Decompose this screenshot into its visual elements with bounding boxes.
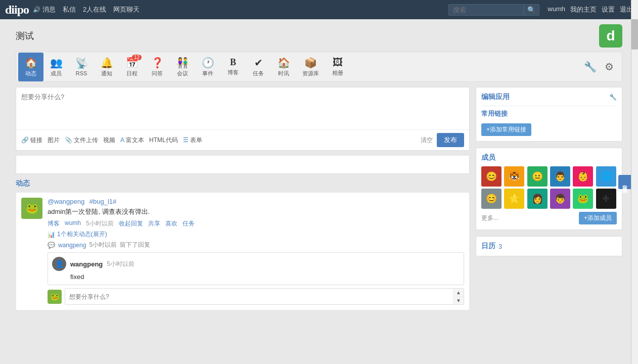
scrollbar-thumb[interactable]	[631, 19, 638, 50]
qa-icon: ❓	[151, 57, 164, 69]
rss-icon: 📡	[75, 57, 88, 69]
tab-bar: 🏠 动态 👥 成员 📡 RSS 🔔 通知 12 📅 日程 ❓ 问答 👫 会议	[16, 52, 622, 82]
related-expand[interactable]: 1个相关动态(展开)	[57, 230, 107, 239]
member-avatar-5[interactable]: 👶	[573, 166, 593, 187]
post-textarea[interactable]	[16, 87, 469, 128]
tab-events[interactable]: 🕐 事件	[195, 53, 220, 81]
tab-activity[interactable]: 🏠 动态	[18, 53, 43, 81]
reply-user-link[interactable]: wangpeng	[58, 242, 86, 249]
tab-resources[interactable]: 📦 资源库	[296, 53, 325, 81]
main-wrapper: 测试 d 🏠 动态 👥 成员 📡 RSS 🔔 通知 12 📅 日程 ❓ 问答	[6, 19, 632, 322]
page-title-row: 测试 d	[16, 24, 622, 48]
add-link-button[interactable]: +添加常用链接	[481, 123, 531, 136]
outer-scrollbar[interactable]	[631, 0, 638, 322]
calendar-title: 日历	[481, 242, 495, 251]
tab-news-label: 时讯	[278, 70, 289, 77]
tab-meeting[interactable]: 👫 会议	[170, 53, 195, 81]
nav-my-home[interactable]: 我的主页	[570, 5, 597, 14]
activity-user-link[interactable]: @wangpeng	[48, 198, 84, 205]
user-links: wumh 我的主页 设置 退出	[548, 5, 633, 14]
search-input[interactable]	[448, 4, 524, 16]
nav-username[interactable]: wumh	[548, 5, 565, 14]
feedback-tab[interactable]: 意见反馈	[618, 175, 631, 189]
edit-app-section: 编辑应用 🔧 常用链接 +添加常用链接	[476, 87, 622, 142]
tool-link[interactable]: 🔗 链接	[21, 136, 42, 145]
tab-news[interactable]: 🏠 时讯	[271, 53, 296, 81]
member-avatar-11[interactable]: 🐸	[573, 189, 593, 209]
reply-collapse-btn[interactable]: ▼	[453, 297, 464, 304]
events-icon: 🕐	[202, 57, 214, 69]
calendar-count: 3	[498, 243, 502, 250]
tab-meeting-label: 会议	[177, 70, 188, 77]
tab-members[interactable]: 👥 成员	[43, 53, 69, 81]
publish-button[interactable]: 发布	[437, 133, 464, 147]
member-avatar-1[interactable]: 😊	[481, 166, 502, 187]
add-member-button[interactable]: +添加成员	[579, 212, 617, 224]
tab-qa[interactable]: ❓ 问答	[145, 53, 170, 81]
tool-video[interactable]: 视频	[103, 136, 115, 145]
tool-upload[interactable]: 📎 文件上传	[65, 136, 98, 145]
member-avatar-3[interactable]: 😐	[527, 166, 548, 187]
tab-activity-label: 动态	[25, 70, 36, 77]
member-avatar-4[interactable]: 👨	[550, 166, 570, 187]
reply-time: 5小时以前	[89, 241, 117, 249]
tab-tasks[interactable]: ✔ 任务	[246, 53, 271, 81]
members-section: 成员 😊 🐯 😐 👨 👶	[476, 148, 622, 230]
nav-online[interactable]: 2人在线	[83, 5, 106, 14]
related-activity[interactable]: 📊 1个相关动态(展开)	[48, 230, 464, 239]
right-sidebar: 编辑应用 🔧 常用链接 +添加常用链接 成员 😊 🐯	[476, 87, 622, 316]
member-avatar-10[interactable]: 👦	[550, 189, 570, 209]
content-area: 🔗 链接 图片 📎 文件上传 视频 A 富文本	[16, 87, 622, 316]
tab-blog-label: 博客	[227, 69, 239, 76]
member-avatar-9[interactable]: 👩	[527, 189, 548, 209]
reply-avatar-img: 👤	[55, 260, 64, 268]
task-link[interactable]: 任务	[183, 219, 195, 228]
tab-rss[interactable]: 📡 RSS	[69, 53, 94, 80]
sound-icon: 🔊	[33, 6, 40, 13]
like-link[interactable]: 喜欢	[165, 219, 177, 228]
reply-expand-btn[interactable]: ▲	[453, 289, 464, 297]
upload-label: 文件上传	[74, 136, 98, 145]
gear-icon[interactable]: ⚙	[603, 59, 616, 75]
members-title: 成员	[481, 153, 495, 162]
tab-blog[interactable]: B 博客	[220, 53, 246, 80]
members-more-link[interactable]: 更多...	[481, 214, 498, 222]
tab-notify[interactable]: 🔔 通知	[94, 53, 119, 81]
member-avatar-6[interactable]: 🌐	[596, 166, 616, 187]
members-footer: 更多... +添加成员	[481, 212, 617, 224]
member-avatar-8[interactable]: 🌟	[504, 189, 524, 209]
top-navigation: diipo 🔊 消息 私信 2人在线 网页聊天 🔍 wumh 我的主页 设置 退…	[0, 0, 638, 19]
member-avatar-7[interactable]: 😊	[481, 189, 502, 209]
source-label[interactable]: 博客	[48, 219, 60, 228]
reply-icon: 💬	[48, 242, 55, 249]
tool-form[interactable]: ☰ 表单	[183, 136, 202, 145]
post-extra-row	[16, 156, 470, 174]
tab-album[interactable]: 🖼 相册	[325, 53, 350, 81]
member-avatar-12[interactable]: ✚	[596, 189, 616, 209]
tool-rich[interactable]: A 富文本	[120, 136, 144, 145]
blog-icon: B	[230, 57, 236, 68]
member-avatar-2[interactable]: 🐯	[504, 166, 524, 187]
source-user[interactable]: wumh	[65, 219, 81, 228]
clear-button[interactable]: 清空	[421, 136, 433, 145]
nav-settings[interactable]: 设置	[602, 5, 615, 14]
tab-notify-label: 通知	[101, 70, 112, 77]
members-icon: 👥	[50, 57, 63, 69]
reply-input[interactable]	[65, 289, 453, 304]
album-icon: 🖼	[333, 57, 343, 68]
share-link[interactable]: 共享	[148, 219, 160, 228]
reply-name: wangpeng	[70, 260, 103, 268]
activity-tag-link[interactable]: #bug_l1#	[89, 198, 117, 205]
tool-image[interactable]: 图片	[48, 136, 60, 145]
search-button[interactable]: 🔍	[524, 4, 539, 16]
rich-label: 富文本	[126, 136, 144, 145]
collapse-reply-link[interactable]: 收起回复	[119, 219, 143, 228]
edit-app-icon[interactable]: 🔧	[609, 94, 617, 101]
search-area: 🔍	[448, 4, 539, 16]
nav-messages[interactable]: 消息	[42, 5, 56, 14]
tool-html[interactable]: HTML代码	[149, 136, 178, 145]
tab-calendar[interactable]: 12 📅 日程	[119, 53, 145, 81]
wrench-icon[interactable]: 🔧	[582, 59, 599, 75]
nav-private[interactable]: 私信	[63, 5, 76, 14]
nav-webchat[interactable]: 网页聊天	[113, 5, 140, 14]
